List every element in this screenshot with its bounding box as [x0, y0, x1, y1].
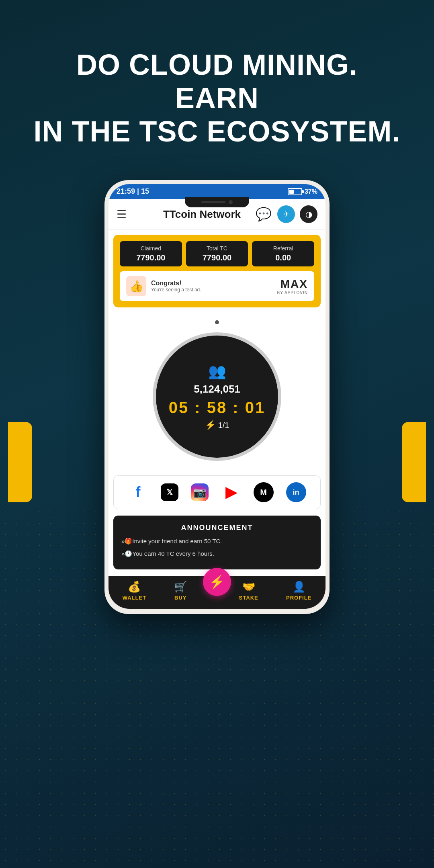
left-side-tab: [8, 422, 32, 502]
stats-row: Claimed 7790.00 Total TC 7790.00 Referra…: [120, 241, 314, 266]
referral-stat: Referral 0.00: [252, 241, 314, 266]
ad-text: Congrats! You're seeing a test ad.: [151, 280, 201, 293]
announcement-title: ANNOUNCEMENT: [121, 524, 313, 532]
right-side-tab: [402, 422, 426, 502]
menu-button[interactable]: ◑: [300, 205, 317, 223]
ad-title: Congrats!: [151, 280, 201, 287]
youtube-button[interactable]: ▶: [221, 482, 241, 502]
mining-circle[interactable]: 👥 5,124,051 05 : 58 : 01 ⚡ 1/1: [153, 332, 281, 461]
twitter-button[interactable]: 𝕏: [161, 483, 178, 501]
claimed-label: Claimed: [125, 245, 177, 252]
ad-banner[interactable]: 👍 Congrats! You're seeing a test ad. MAX…: [120, 271, 314, 301]
nav-profile[interactable]: 👤 PROFILE: [286, 581, 311, 601]
hamburger-icon[interactable]: ☰: [117, 208, 127, 221]
nav-stake[interactable]: 🤝 STAKE: [239, 581, 258, 601]
mining-rate: ⚡ 1/1: [205, 420, 229, 430]
center-bolt-button[interactable]: ⚡: [203, 568, 231, 596]
nav-wallet[interactable]: 💰 WALLET: [123, 581, 146, 601]
total-tc-value: 7790.00: [191, 253, 244, 262]
status-time: 21:59 | 15: [117, 187, 149, 196]
indicator-dot: [215, 320, 219, 324]
phone-frame: 21:59 | 15 37% ☰ TTcoin Network 💬: [104, 180, 330, 614]
ad-subtitle: You're seeing a test ad.: [151, 287, 201, 293]
users-icon: 👥: [208, 363, 226, 380]
wallet-label: WALLET: [123, 595, 146, 601]
telegram-button[interactable]: ✈: [277, 205, 295, 223]
buy-icon: 🛒: [174, 581, 187, 593]
phone-screen: 21:59 | 15 37% ☰ TTcoin Network 💬: [108, 184, 326, 609]
phone-notch: [185, 197, 249, 207]
ad-brand: MAX BY APPLOVIN: [277, 278, 308, 295]
ad-brand-name: MAX: [277, 278, 308, 291]
nav-buy[interactable]: 🛒 BUY: [174, 581, 187, 601]
bottom-nav: 💰 WALLET 🛒 BUY ⚡ 🤝 STAKE 👤 PROFILE: [108, 576, 326, 609]
battery-percent: 37%: [305, 188, 317, 195]
hero-text: DO CLOUD MINING. EARN IN THE TSC ECOSYST…: [0, 48, 434, 148]
header-icons: 💬 ✈ ◑: [255, 205, 317, 223]
total-tc-label: Total TC: [191, 245, 244, 252]
notch-camera: [229, 200, 233, 204]
announcement-item-2: »🕐You earn 40 TC every 6 hours.: [121, 549, 313, 559]
users-count: 5,124,051: [194, 383, 240, 395]
ad-brand-by: BY APPLOVIN: [277, 291, 308, 295]
battery-icon: [288, 188, 302, 195]
profile-label: PROFILE: [286, 595, 311, 601]
announcement-section: ANNOUNCEMENT »🎁Invite your friend and ea…: [113, 516, 321, 569]
ad-thumbnail: 👍: [126, 276, 146, 296]
total-tc-stat: Total TC 7790.00: [186, 241, 248, 266]
notch-speaker: [201, 201, 225, 203]
bolt-icon: ⚡: [205, 420, 216, 430]
announcement-item-1: »🎁Invite your friend and earn 50 TC.: [121, 537, 313, 546]
whatsapp-button[interactable]: 💬: [255, 205, 272, 223]
rate-value: 1/1: [218, 421, 229, 430]
claimed-value: 7790.00: [125, 253, 177, 262]
app-title: TTcoin Network: [133, 208, 271, 221]
mining-timer: 05 : 58 : 01: [169, 399, 266, 417]
instagram-button[interactable]: 📷: [191, 483, 209, 501]
social-bar: f 𝕏 📷 ▶ M in: [113, 475, 321, 509]
referral-value: 0.00: [257, 253, 309, 262]
linkedin-button[interactable]: in: [286, 482, 306, 502]
profile-icon: 👤: [293, 581, 305, 593]
referral-label: Referral: [257, 245, 309, 252]
mining-area: 👥 5,124,051 05 : 58 : 01 ⚡ 1/1: [108, 312, 326, 469]
stake-icon: 🤝: [242, 581, 255, 593]
ad-left: 👍 Congrats! You're seeing a test ad.: [126, 276, 201, 296]
claimed-stat: Claimed 7790.00: [120, 241, 182, 266]
stats-banner: Claimed 7790.00 Total TC 7790.00 Referra…: [113, 235, 321, 307]
facebook-button[interactable]: f: [128, 482, 148, 502]
phone-mockup: 21:59 | 15 37% ☰ TTcoin Network 💬: [104, 180, 330, 614]
medium-button[interactable]: M: [254, 482, 274, 502]
stake-label: STAKE: [239, 595, 258, 601]
buy-label: BUY: [174, 595, 186, 601]
wallet-icon: 💰: [128, 581, 141, 593]
status-right: 37%: [288, 188, 317, 195]
